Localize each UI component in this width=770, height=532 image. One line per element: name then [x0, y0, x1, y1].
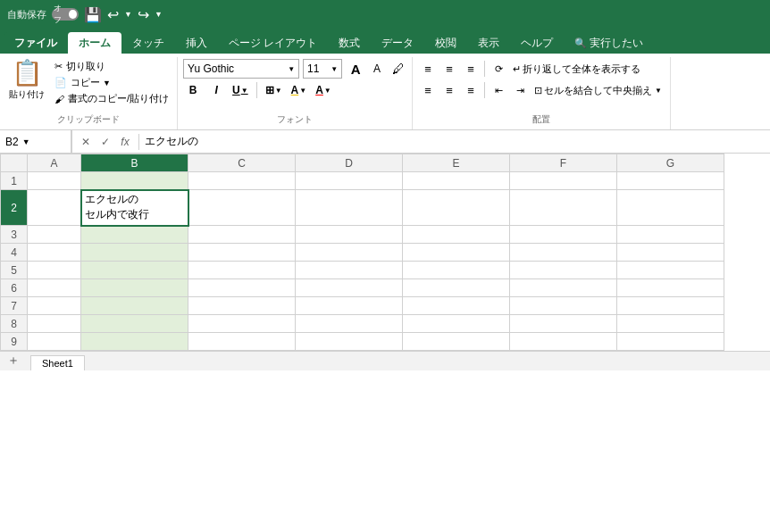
fill-color-button[interactable]: A ▼ — [289, 80, 310, 100]
cell-reference[interactable]: B2 ▼ — [0, 130, 71, 153]
align-left-btn[interactable]: ≡ — [418, 80, 438, 100]
cell-g4[interactable] — [617, 244, 724, 262]
cell-f6[interactable] — [510, 279, 617, 297]
col-header-e[interactable]: E — [403, 154, 510, 172]
cell-a2[interactable] — [28, 190, 81, 226]
tab-review[interactable]: 校閲 — [424, 32, 467, 54]
cell-f7[interactable] — [510, 297, 617, 315]
formula-input[interactable] — [139, 130, 770, 153]
cell-b8[interactable] — [81, 315, 188, 333]
formula-confirm-btn[interactable]: ✓ — [97, 134, 113, 150]
cell-c2[interactable] — [188, 190, 296, 226]
cell-e2[interactable] — [403, 190, 510, 226]
cell-e7[interactable] — [403, 297, 510, 315]
cell-c9[interactable] — [188, 333, 296, 351]
save-icon[interactable]: 💾 — [84, 6, 102, 23]
cell-b2[interactable]: エクセルのセル内で改行 — [81, 190, 188, 226]
spreadsheet-container[interactable]: A B C D E F G 1 2 — [0, 154, 770, 351]
redo-dropdown-icon[interactable]: ▼ — [155, 10, 163, 19]
cell-a5[interactable] — [28, 262, 81, 279]
cell-g2[interactable] — [617, 190, 724, 226]
format-copy-button[interactable]: 🖌 書式のコピー/貼り付け — [52, 91, 172, 106]
cell-e5[interactable] — [403, 262, 510, 279]
tab-view[interactable]: 表示 — [467, 32, 510, 54]
cell-d3[interactable] — [296, 226, 403, 244]
cell-b5[interactable] — [81, 262, 188, 279]
merge-center-button[interactable]: ⊡ セルを結合して中央揃え ▼ — [531, 83, 665, 98]
cell-c4[interactable] — [188, 244, 296, 262]
cell-c7[interactable] — [188, 297, 296, 315]
tab-help[interactable]: ヘルプ — [510, 32, 564, 54]
cell-f2[interactable] — [510, 190, 617, 226]
cell-b3[interactable] — [81, 226, 188, 244]
cell-e4[interactable] — [403, 244, 510, 262]
align-top-right-btn[interactable]: ≡ — [461, 59, 481, 79]
cell-f9[interactable] — [510, 333, 617, 351]
cell-c3[interactable] — [188, 226, 296, 244]
align-top-left-btn[interactable]: ≡ — [418, 59, 438, 79]
font-grow-btn[interactable]: A — [346, 59, 365, 79]
cell-d7[interactable] — [296, 297, 403, 315]
font-name-select[interactable]: Yu Gothic ▼ — [183, 59, 299, 79]
bold-button[interactable]: B — [183, 80, 203, 100]
formula-cancel-btn[interactable]: ✕ — [78, 134, 94, 150]
cell-a4[interactable] — [28, 244, 81, 262]
cell-a8[interactable] — [28, 315, 81, 333]
col-header-f[interactable]: F — [510, 154, 617, 172]
col-header-b[interactable]: B — [81, 154, 188, 172]
formula-fx-btn[interactable]: fx — [117, 134, 133, 150]
cell-d9[interactable] — [296, 333, 403, 351]
align-top-center-btn[interactable]: ≡ — [439, 59, 459, 79]
cell-f3[interactable] — [510, 226, 617, 244]
tab-insert[interactable]: 挿入 — [175, 32, 218, 54]
cell-a7[interactable] — [28, 297, 81, 315]
font-size-select[interactable]: 11 ▼ — [303, 59, 342, 79]
tab-formula[interactable]: 数式 — [328, 32, 371, 54]
sheet-tab-1[interactable]: Sheet1 — [30, 355, 85, 370]
tab-home[interactable]: ホーム — [68, 32, 121, 54]
cell-f5[interactable] — [510, 262, 617, 279]
cell-g6[interactable] — [617, 279, 724, 297]
italic-button[interactable]: I — [206, 80, 226, 100]
cell-e8[interactable] — [403, 315, 510, 333]
paste-button[interactable]: 📋 貼り付け — [5, 59, 48, 103]
cell-g7[interactable] — [617, 297, 724, 315]
cell-d6[interactable] — [296, 279, 403, 297]
cell-ref-dropdown[interactable]: ▼ — [22, 137, 30, 146]
cell-a3[interactable] — [28, 226, 81, 244]
cell-d4[interactable] — [296, 244, 403, 262]
cell-a6[interactable] — [28, 279, 81, 297]
cell-d1[interactable] — [296, 172, 403, 190]
cell-e1[interactable] — [403, 172, 510, 190]
font-shrink-btn[interactable]: A — [367, 59, 387, 79]
col-header-c[interactable]: C — [188, 154, 296, 172]
tab-search[interactable]: 🔍 実行したい — [564, 32, 654, 54]
indent-increase-btn[interactable]: ⇥ — [510, 80, 530, 100]
cell-d2[interactable] — [296, 190, 403, 226]
cell-g8[interactable] — [617, 315, 724, 333]
cell-f4[interactable] — [510, 244, 617, 262]
col-header-g[interactable]: G — [617, 154, 724, 172]
wrap-text-button[interactable]: ↵ 折り返して全体を表示する — [510, 62, 643, 77]
copy-button[interactable]: 📄 コピー ▼ — [52, 75, 172, 90]
cell-e3[interactable] — [403, 226, 510, 244]
col-header-d[interactable]: D — [296, 154, 403, 172]
undo-dropdown-icon[interactable]: ▼ — [124, 10, 132, 19]
cell-d5[interactable] — [296, 262, 403, 279]
align-center-btn[interactable]: ≡ — [439, 80, 459, 100]
cell-c8[interactable] — [188, 315, 296, 333]
cell-b4[interactable] — [81, 244, 188, 262]
cell-c1[interactable] — [188, 172, 296, 190]
cut-button[interactable]: ✂ 切り取り — [52, 59, 172, 74]
paste-btn-area[interactable]: 📋 貼り付け — [5, 59, 48, 103]
cell-d8[interactable] — [296, 315, 403, 333]
cell-g9[interactable] — [617, 333, 724, 351]
underline-button[interactable]: U ▼ — [230, 80, 251, 100]
cell-c6[interactable] — [188, 279, 296, 297]
col-header-a[interactable]: A — [28, 154, 81, 172]
tab-page-layout[interactable]: ページ レイアウト — [218, 32, 328, 54]
cell-c5[interactable] — [188, 262, 296, 279]
autosave-toggle[interactable]: オフ — [52, 8, 79, 21]
cell-b7[interactable] — [81, 297, 188, 315]
tab-file[interactable]: ファイル — [4, 32, 68, 54]
